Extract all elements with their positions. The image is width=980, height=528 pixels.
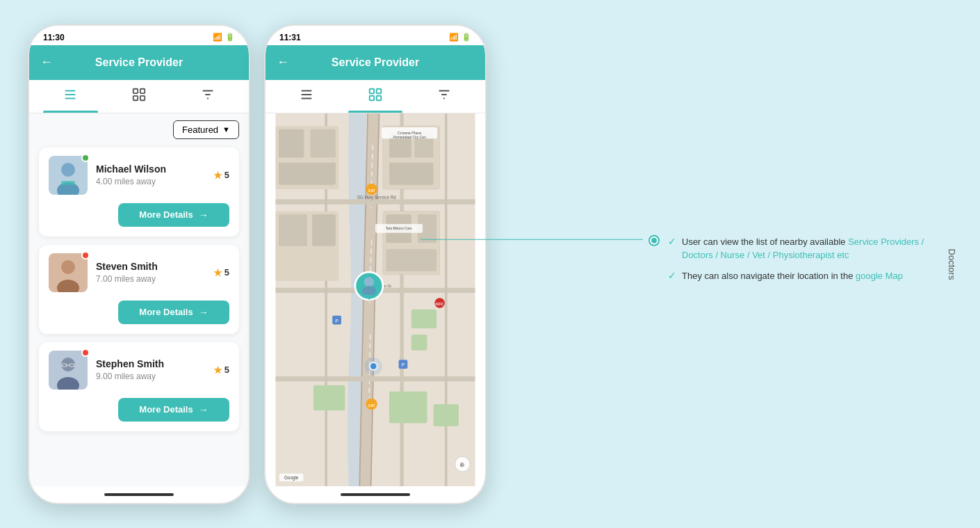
svg-rect-51 [279,162,336,184]
svg-rect-54 [312,214,336,246]
svg-rect-59 [434,403,459,426]
annotation-item-0: ✓ User can view the list of nearby avail… [668,234,942,262]
doctors-sidebar-label: Doctors [947,248,957,280]
arrow-icon-0: → [199,209,209,221]
svg-text:Crowne Plaza: Crowne Plaza [398,130,422,134]
check-icon-0: ✓ [668,235,676,246]
svg-rect-6 [140,96,145,100]
header-title-1: Service Provider [95,56,183,69]
phone-map-view: 11:31 📶 🔋 ← Service Provider [264,24,487,504]
svg-rect-26 [370,89,374,93]
wifi-icon: 📶 [213,33,222,42]
battery-icon: 🔋 [225,33,235,42]
svg-point-15 [61,260,75,274]
star-icon-2: ★ [213,365,222,376]
home-bar-2 [341,493,410,496]
svg-text:KFC: KFC [436,302,443,306]
provider-info-2: Stephen Smith 9.00 miles away ★ 5 [49,351,229,390]
svg-text:Google: Google [284,475,299,481]
annotation-text-1: They can also navigate their location in… [682,269,903,282]
back-button-2[interactable]: ← [277,55,289,70]
more-details-button-2[interactable]: More Details → [118,398,229,422]
svg-rect-27 [377,89,381,93]
provider-card-0: Michael Wilson 4.00 miles away ★ 5 More … [39,147,239,237]
more-details-button-1[interactable]: More Details → [118,301,229,324]
svg-point-11 [61,163,75,177]
provider-distance-0: 4.00 miles away [96,177,205,186]
svg-text:P: P [402,362,405,368]
status-bar-1: 11:30 📶 🔋 [29,26,249,45]
svg-text:Ahmedabad City Cen: Ahmedabad City Cen [393,135,426,139]
annotation-text-block: ✓ User can view the list of nearby avail… [668,234,942,282]
home-indicator-2 [266,486,485,503]
avatar-0 [49,156,88,195]
time-1: 11:30 [43,33,65,42]
annotation-area: ✓ User can view the list of nearby avail… [650,234,942,294]
tab-filter-1[interactable] [173,80,242,113]
connector-line [420,239,643,239]
more-details-button-0[interactable]: More Details → [118,203,229,227]
time-2: 11:31 [279,33,301,42]
svg-text:147: 147 [368,188,376,192]
tab-filter-2[interactable] [409,80,478,113]
annotation-text-0: User can view the list of nearby availab… [682,234,942,262]
svg-rect-4 [140,89,145,93]
svg-rect-47 [386,249,436,271]
provider-text-1: Steven Smith 7.00 miles away [96,261,205,284]
svg-rect-57 [313,385,345,410]
providers-list: Michael Wilson 4.00 miles away ★ 5 More … [29,143,249,486]
home-bar-1 [104,493,174,496]
provider-name-1: Steven Smith [96,261,205,272]
provider-card-2: Stephen Smith 9.00 miles away ★ 5 More D… [39,342,239,431]
header-title-2: Service Provider [332,56,419,69]
avatar-wrap-2 [49,351,88,390]
featured-label: Featured [182,125,218,135]
map-content[interactable]: SG Hwy Service Rd Off Billionaire St Cro… [266,113,485,486]
provider-text-2: Stephen Smith 9.00 miles away [96,358,205,381]
svg-rect-29 [377,96,381,100]
provider-info-1: Steven Smith 7.00 miles away ★ 5 [49,253,229,292]
tab-map-2[interactable] [341,80,410,113]
avatar-wrap-1 [49,253,88,292]
svg-rect-53 [279,214,307,246]
phone-content-1: Featured ▼ [29,113,249,486]
tab-list[interactable] [36,80,105,113]
btn-label-1: More Details [139,307,193,317]
highlight-1: google Map [856,270,903,280]
btn-label-2: More Details [139,404,193,415]
provider-rating-0: ★ 5 [213,170,229,181]
back-button-1[interactable]: ← [40,55,53,70]
filter-bar: Featured ▼ [29,113,249,143]
featured-button[interactable]: Featured ▼ [173,120,239,139]
status-icons-1: 📶 🔋 [213,33,235,42]
tab-map-1[interactable] [105,80,174,113]
avatar-1 [49,253,88,292]
svg-text:P: P [335,317,338,323]
provider-name-0: Michael Wilson [96,163,205,175]
provider-card-1: Steven Smith 7.00 miles away ★ 5 More De… [39,245,239,334]
status-dot-0 [81,154,90,162]
home-indicator-1 [29,486,249,503]
svg-rect-28 [370,96,374,100]
status-icons-2: 📶 🔋 [449,33,471,42]
provider-name-2: Stephen Smith [96,358,205,369]
chevron-down-icon: ▼ [222,125,230,134]
svg-text:Tata Motors Cars: Tata Motors Cars [386,226,412,230]
avatar-2 [49,351,88,390]
svg-point-79 [362,286,376,296]
svg-rect-58 [389,391,427,422]
rating-value-1: 5 [224,267,229,278]
annotation-dot [650,236,658,244]
arrow-icon-2: → [199,404,209,415]
svg-point-18 [61,358,75,371]
app-header-1: ← Service Provider [29,45,249,80]
tab-list-2[interactable] [272,80,341,113]
provider-rating-1: ★ 5 [213,267,229,278]
rating-value-0: 5 [224,170,229,180]
check-icon-1: ✓ [668,269,676,280]
battery-icon-2: 🔋 [462,33,471,42]
provider-rating-2: ★ 5 [213,365,229,376]
svg-rect-3 [133,89,138,93]
svg-text:SG Hwy Service Rd: SG Hwy Service Rd [357,194,397,200]
provider-distance-1: 7.00 miles away [96,274,205,284]
